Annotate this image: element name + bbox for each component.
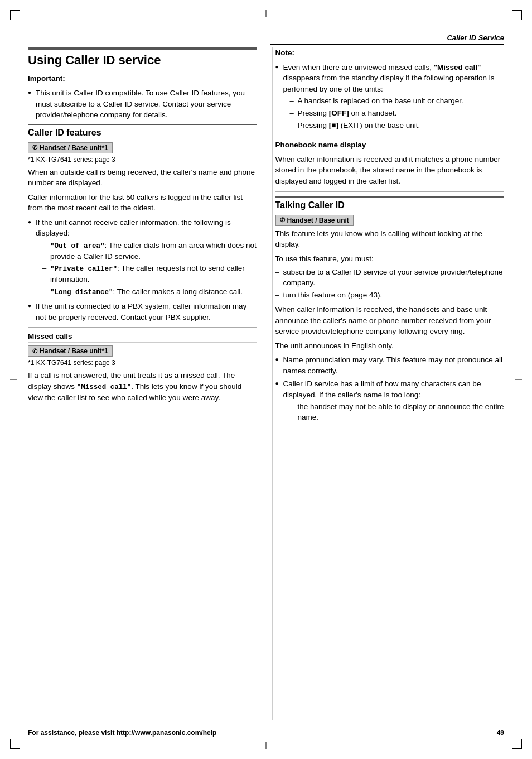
important-label: Important: <box>28 74 65 83</box>
talking-para2: To use this feature, you must: <box>275 253 505 265</box>
missed-calls-section: Missed calls ✆ Handset / Base unit*1 *1 … <box>28 332 257 403</box>
caller-id-sub-list-1: "Out of area": The caller dials from an … <box>42 241 257 297</box>
talking-sub-1: subscribe to a Caller ID service of your… <box>275 267 505 289</box>
talking-bullet-2: Caller ID service has a limit of how man… <box>275 378 505 423</box>
handset-icon-3: ✆ <box>280 217 285 224</box>
caller-id-bullet-2: If the unit is connected to a PBX system… <box>28 301 257 323</box>
note-sub-2: Pressing [OFF] on a handset. <box>290 108 505 119</box>
corner-mark-tl <box>10 10 20 20</box>
caller-id-bullet-1: If the unit cannot receive caller inform… <box>28 217 257 297</box>
missed-badge-label: Handset / Base unit*1 <box>40 347 108 355</box>
talking-bullet-1: Name pronunciation may vary. This featur… <box>275 354 505 376</box>
talking-caller-id-title: Talking Caller ID <box>275 196 505 210</box>
talking-bullets: Name pronunciation may vary. This featur… <box>275 354 505 423</box>
corner-mark-br <box>512 739 522 749</box>
talking-sub-list-2: the handset may not be able to display o… <box>290 402 505 423</box>
caller-id-bullets: If the unit cannot receive caller inform… <box>28 217 257 323</box>
caller-id-features-badge: ✆ Handset / Base unit*1 <box>28 142 113 153</box>
missed-calls-para: If a call is not answered, the unit trea… <box>28 370 257 403</box>
note-bullets: Even when there are unviewed missed call… <box>275 62 505 131</box>
main-content: Using Caller ID service Important: This … <box>28 47 504 720</box>
handset-icon-2: ✆ <box>32 348 37 355</box>
phonebook-text: When caller information is received and … <box>275 154 505 187</box>
right-column: Note: Even when there are unviewed misse… <box>272 47 505 720</box>
divider-talking <box>275 191 505 192</box>
talking-caller-id-section: Talking Caller ID ✆ Handset / Base unit … <box>275 196 505 424</box>
note-sub-1: A handset is replaced on the base unit o… <box>290 96 505 107</box>
talking-para4: The unit announces in English only. <box>275 340 505 352</box>
footer-text: For assistance, please visit http://www.… <box>28 729 216 737</box>
sub-item-private-caller: "Private caller": The caller requests no… <box>42 263 257 285</box>
handset-icon: ✆ <box>32 144 37 151</box>
page-header: Caller ID Service <box>270 33 504 45</box>
sub-item-out-of-area: "Out of area": The caller dials from an … <box>42 241 257 262</box>
missed-calls-badge: ✆ Handset / Base unit*1 <box>28 345 113 357</box>
talking-sub-list: subscribe to a Caller ID service of your… <box>275 267 505 301</box>
note-label: Note: <box>275 49 295 57</box>
note-section: Note: Even when there are unviewed misse… <box>275 47 505 131</box>
corner-mark-bl <box>10 739 20 749</box>
talking-para3: When caller information is received, the… <box>275 304 505 337</box>
talking-badge-label: Handset / Base unit <box>287 217 349 224</box>
note-sub-3: Pressing [■] (EXIT) on the base unit. <box>290 121 505 131</box>
caller-id-footnote: *1 KX-TG7641 series: page 3 <box>28 156 257 164</box>
caller-id-para1: When an outside call is being received, … <box>28 167 257 189</box>
caller-id-features-title: Caller ID features <box>28 124 257 138</box>
corner-mark-tr <box>512 10 522 20</box>
talking-para1: This feature lets you know who is callin… <box>275 228 505 250</box>
talking-caller-id-badge: ✆ Handset / Base unit <box>275 215 354 226</box>
page-number: 49 <box>497 729 504 737</box>
divider-missed <box>28 327 257 328</box>
phonebook-heading: Phonebook name display <box>275 141 505 151</box>
important-item: This unit is Caller ID compatible. To us… <box>28 88 257 121</box>
phonebook-section: Phonebook name display When caller infor… <box>275 141 505 187</box>
left-column: Using Caller ID service Important: This … <box>28 47 260 720</box>
cross-right <box>515 380 522 380</box>
cross-bottom <box>266 742 267 749</box>
section-title: Using Caller ID service <box>28 47 257 68</box>
note-sub-list: A handset is replaced on the base unit o… <box>290 96 505 131</box>
talking-sub-2-1: the handset may not be able to display o… <box>290 402 505 423</box>
missed-calls-footnote: *1 KX-TG7641 series: page 3 <box>28 359 257 367</box>
note-bullet-1: Even when there are unviewed missed call… <box>275 62 505 131</box>
sub-item-long-distance: "Long distance": The caller makes a long… <box>42 287 257 298</box>
talking-sub-2: turn this feature on (page 43). <box>275 290 505 301</box>
cross-left <box>10 380 17 380</box>
missed-call-code: "Missed call" <box>77 383 132 391</box>
cross-top <box>266 10 267 17</box>
page-footer: For assistance, please visit http://www.… <box>28 726 504 737</box>
missed-calls-heading: Missed calls <box>28 332 257 343</box>
divider-phonebook <box>275 136 505 136</box>
badge-label: Handset / Base unit*1 <box>40 144 108 152</box>
caller-id-para2: Caller information for the last 50 calle… <box>28 192 257 214</box>
